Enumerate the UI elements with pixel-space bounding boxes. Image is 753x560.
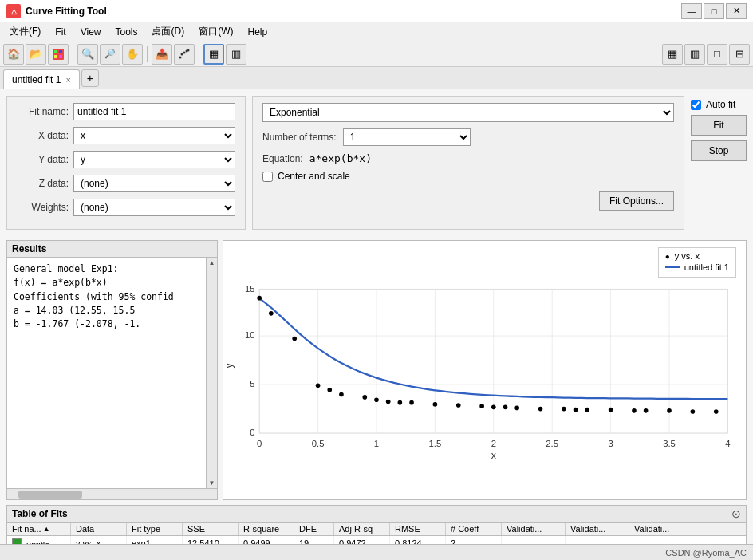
toolbar-layout-3-button[interactable]: ▥ (684, 44, 705, 65)
svg-rect-2 (59, 50, 62, 53)
svg-text:3: 3 (608, 439, 613, 448)
chart-legend: ● y vs. x untitled fit 1 (658, 247, 736, 278)
close-button[interactable]: ✕ (726, 3, 747, 19)
col-adjrsq[interactable]: Adj R-sq (334, 523, 390, 535)
svg-point-45 (609, 408, 613, 412)
toolbar-zoom-in-button[interactable]: 🔍 (77, 44, 98, 65)
menu-fit[interactable]: Fit (49, 25, 72, 39)
col-val1[interactable]: Validati... (502, 523, 566, 535)
toolbar-pan-button[interactable]: ✋ (122, 44, 143, 65)
toolbar-grid-button[interactable]: ▦ (203, 44, 224, 65)
svg-text:2.5: 2.5 (546, 439, 558, 448)
number-terms-label: Number of terms: (262, 132, 337, 143)
menu-tools[interactable]: Tools (108, 25, 144, 39)
col-val3[interactable]: Validati... (629, 523, 677, 535)
toolbar-zoom-out-button[interactable]: 🔎 (100, 44, 120, 65)
toolbar-layout-4-button[interactable]: ▦ (662, 44, 683, 65)
results-vscroll[interactable]: ▲ ▼ (206, 258, 217, 488)
toolbar-right: ▦ ▥ □ ⊟ (662, 44, 750, 65)
toolbar-layout-1-button[interactable]: ⊟ (729, 44, 750, 65)
svg-point-42 (562, 407, 566, 412)
fit-name-label: Fit name: (17, 106, 69, 117)
svg-point-31 (374, 397, 379, 402)
weights-row: Weights: (none) (17, 199, 235, 216)
svg-point-39 (503, 404, 508, 409)
menu-help[interactable]: Help (241, 25, 274, 39)
col-sse[interactable]: SSE (183, 523, 239, 535)
menu-window[interactable]: 窗口(W) (192, 23, 239, 40)
menu-file[interactable]: 文件(F) (3, 23, 47, 40)
svg-point-44 (585, 408, 589, 412)
x-data-label: X data: (17, 130, 69, 141)
center-scale-checkbox[interactable] (262, 172, 273, 182)
svg-point-32 (386, 400, 391, 404)
menu-bar: 文件(F) Fit View Tools 桌面(D) 窗口(W) Help (0, 22, 753, 41)
tab-close-button[interactable]: × (65, 75, 70, 85)
tab-untitled-fit-1[interactable]: untitled fit 1 × (3, 69, 80, 89)
svg-text:1.5: 1.5 (429, 439, 442, 448)
col-dfe[interactable]: DFE (294, 523, 334, 535)
svg-text:y: y (223, 362, 235, 368)
weights-select[interactable]: (none) (73, 199, 235, 216)
results-hscroll[interactable] (7, 488, 217, 499)
z-data-select[interactable]: (none) (73, 175, 235, 192)
menu-view[interactable]: View (74, 25, 108, 39)
toolbar-export-button[interactable]: 📤 (152, 44, 172, 65)
fit-type-row: Exponential (262, 103, 674, 122)
svg-point-49 (691, 409, 696, 414)
table-columns: Fit na... ▲ Data Fit type SSE R-square D… (7, 523, 746, 536)
vscroll-up-arrow[interactable]: ▲ (209, 259, 215, 266)
tab-add-button[interactable]: + (81, 69, 99, 87)
x-data-row: X data: x (17, 127, 235, 144)
maximize-button[interactable]: □ (704, 3, 724, 19)
number-terms-select[interactable]: 1 (343, 128, 471, 146)
legend-dots-label: y vs. x (675, 251, 700, 261)
minimize-button[interactable]: — (681, 3, 702, 19)
x-data-select[interactable]: x (73, 127, 235, 144)
stop-button[interactable]: Stop (691, 140, 747, 161)
col-fitname[interactable]: Fit na... ▲ (7, 523, 71, 535)
svg-point-38 (491, 404, 496, 409)
svg-point-35 (433, 402, 438, 407)
logo-text: △ (11, 7, 17, 15)
svg-text:4: 4 (725, 439, 730, 448)
col-data[interactable]: Data (71, 523, 127, 535)
chart-panel: ● y vs. x untitled fit 1 (223, 240, 747, 500)
table-expand-button[interactable]: ⊙ (731, 507, 741, 520)
toolbar-separator-3 (199, 46, 199, 62)
menu-desktop[interactable]: 桌面(D) (145, 23, 191, 40)
toolbar-scatter-button[interactable] (174, 44, 195, 65)
center-scale-label: Center and scale (278, 171, 350, 182)
col-ncoeff[interactable]: # Coeff (446, 523, 502, 535)
fit-type-select[interactable]: Exponential (262, 103, 674, 122)
middle-panel: Results General model Exp1: f(x) = a*exp… (6, 240, 747, 500)
form-panel: Fit name: X data: x Y data: y Z data: (n… (6, 96, 246, 230)
toolbar-open-button[interactable]: 📂 (26, 44, 46, 65)
main-content: Fit name: X data: x Y data: y Z data: (n… (0, 89, 753, 560)
col-val2[interactable]: Validati... (566, 523, 629, 535)
col-rmse[interactable]: RMSE (390, 523, 446, 535)
svg-text:3.5: 3.5 (663, 439, 676, 448)
results-title: Results (7, 241, 217, 258)
toolbar-table-button[interactable]: ▥ (226, 44, 246, 65)
fit-button[interactable]: Fit (691, 115, 747, 136)
toolbar-color-button[interactable] (48, 44, 69, 65)
col-fittype[interactable]: Fit type (127, 523, 183, 535)
svg-point-27 (316, 383, 321, 388)
svg-point-6 (181, 53, 183, 55)
y-data-select[interactable]: y (73, 151, 235, 168)
legend-line-item: untitled fit 1 (665, 262, 729, 272)
top-divider (6, 235, 747, 235)
fit-name-input[interactable] (73, 103, 235, 120)
app-title: Curve Fitting Tool (26, 6, 107, 17)
fit-options-button[interactable]: Fit Options... (599, 191, 674, 211)
svg-point-28 (327, 388, 332, 392)
toolbar: 🏠 📂 🔍 🔎 ✋ 📤 ▦ ▥ ▦ ▥ □ ⊟ (0, 41, 753, 67)
toolbar-layout-2-button[interactable]: □ (707, 44, 727, 65)
auto-fit-label: Auto fit (706, 99, 735, 110)
vscroll-down-arrow[interactable]: ▼ (209, 479, 215, 487)
col-rsquare[interactable]: R-square (239, 523, 294, 535)
svg-point-50 (714, 409, 719, 414)
auto-fit-checkbox[interactable] (691, 100, 701, 110)
toolbar-home-button[interactable]: 🏠 (3, 44, 24, 65)
